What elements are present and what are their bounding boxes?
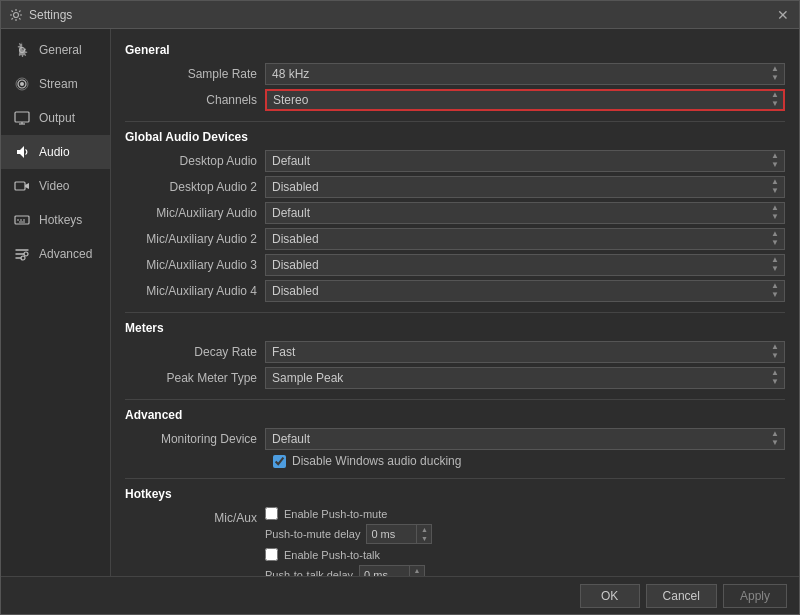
mic-aux-4-select[interactable]: DisabledDefault: [265, 280, 785, 302]
content-area: General Sample Rate 48 kHz 44.1 kHz ▲▼: [111, 29, 799, 576]
peak-meter-select[interactable]: Sample PeakTrue Peak: [265, 367, 785, 389]
sidebar-audio-label: Audio: [39, 145, 70, 159]
push-to-mute-delay-row: Push-to-mute delay ▲ ▼: [265, 524, 785, 544]
mic-aux-2-wrapper: DisabledDefault ▲▼: [265, 228, 785, 250]
gear-icon: [13, 41, 31, 59]
hotkeys-section-body: Mic/Aux Enable Push-to-mute Push-to-mute…: [125, 507, 785, 576]
sample-rate-select[interactable]: 48 kHz 44.1 kHz: [265, 63, 785, 85]
push-to-mute-spin-down[interactable]: ▼: [417, 534, 431, 543]
sidebar-item-video[interactable]: Video: [1, 169, 110, 203]
sidebar: General Stream: [1, 29, 111, 576]
decay-rate-row: Decay Rate FastMediumSlow ▲▼: [125, 341, 785, 363]
divider-1: [125, 121, 785, 122]
sidebar-item-advanced[interactable]: Advanced: [1, 237, 110, 271]
divider-2: [125, 312, 785, 313]
decay-rate-wrapper: FastMediumSlow ▲▼: [265, 341, 785, 363]
mic-aux-3-row: Mic/Auxiliary Audio 3 DisabledDefault ▲▼: [125, 254, 785, 276]
window-title: Settings: [29, 8, 72, 22]
push-to-mute-delay-input[interactable]: [366, 524, 416, 544]
channels-select[interactable]: Stereo Mono: [265, 89, 785, 111]
push-to-mute-label: Enable Push-to-mute: [284, 508, 387, 520]
desktop-audio-2-row: Desktop Audio 2 DisabledDefault ▲▼: [125, 176, 785, 198]
mic-aux-2-select[interactable]: DisabledDefault: [265, 228, 785, 250]
audio-icon: [13, 143, 31, 161]
sample-rate-row: Sample Rate 48 kHz 44.1 kHz ▲▼: [125, 63, 785, 85]
ducking-label: Disable Windows audio ducking: [292, 454, 461, 468]
mic-aux-wrapper: DefaultDisabled ▲▼: [265, 202, 785, 224]
desktop-audio-wrapper: DefaultDisabled ▲▼: [265, 150, 785, 172]
push-to-mute-row: Enable Push-to-mute: [265, 507, 785, 520]
global-audio-section-header: Global Audio Devices: [125, 130, 785, 144]
sidebar-item-output[interactable]: Output: [1, 101, 110, 135]
push-to-mute-spin-buttons: ▲ ▼: [416, 524, 432, 544]
output-icon: [13, 109, 31, 127]
push-to-talk-spin-up[interactable]: ▲: [410, 566, 424, 575]
channels-control-wrapper: Stereo Mono ▲▼: [265, 89, 785, 111]
cancel-button[interactable]: Cancel: [646, 584, 717, 608]
mic-aux-select[interactable]: DefaultDisabled: [265, 202, 785, 224]
mic-aux-hotkey-group: Enable Push-to-mute Push-to-mute delay ▲…: [265, 507, 785, 576]
svg-rect-5: [15, 182, 25, 190]
push-to-talk-delay-input[interactable]: [359, 565, 409, 576]
peak-meter-label: Peak Meter Type: [125, 371, 265, 385]
push-to-talk-checkbox[interactable]: [265, 548, 278, 561]
advanced-section-header: Advanced: [125, 408, 785, 422]
sidebar-stream-label: Stream: [39, 77, 78, 91]
push-to-talk-delay-label: Push-to-talk delay: [265, 569, 353, 576]
ok-button[interactable]: OK: [580, 584, 640, 608]
mic-aux-3-select[interactable]: DisabledDefault: [265, 254, 785, 276]
monitoring-row: Monitoring Device Default ▲▼: [125, 428, 785, 450]
mic-aux-4-row: Mic/Auxiliary Audio 4 DisabledDefault ▲▼: [125, 280, 785, 302]
desktop-audio-2-select[interactable]: DisabledDefault: [265, 176, 785, 198]
peak-meter-row: Peak Meter Type Sample PeakTrue Peak ▲▼: [125, 367, 785, 389]
push-to-mute-checkbox[interactable]: [265, 507, 278, 520]
sidebar-advanced-label: Advanced: [39, 247, 92, 261]
sidebar-video-label: Video: [39, 179, 69, 193]
close-button[interactable]: ✕: [775, 7, 791, 23]
footer: OK Cancel Apply: [1, 576, 799, 614]
svg-rect-6: [15, 216, 29, 224]
push-to-talk-row: Enable Push-to-talk: [265, 548, 785, 561]
svg-point-1: [20, 82, 24, 86]
sidebar-item-stream[interactable]: Stream: [1, 67, 110, 101]
titlebar: Settings ✕: [1, 1, 799, 29]
mic-aux-hotkey-device-label: Mic/Aux: [125, 507, 265, 525]
divider-4: [125, 478, 785, 479]
svg-point-0: [14, 12, 19, 17]
hotkeys-section-header: Hotkeys: [125, 487, 785, 501]
desktop-audio-select[interactable]: DefaultDisabled: [265, 150, 785, 172]
decay-rate-select[interactable]: FastMediumSlow: [265, 341, 785, 363]
push-to-talk-spin-down[interactable]: ▼: [410, 575, 424, 576]
sidebar-item-hotkeys[interactable]: Hotkeys: [1, 203, 110, 237]
general-section-body: Sample Rate 48 kHz 44.1 kHz ▲▼ Channels: [125, 63, 785, 111]
push-to-mute-spin-up[interactable]: ▲: [417, 525, 431, 534]
meters-section-header: Meters: [125, 321, 785, 335]
settings-window: Settings ✕ General: [0, 0, 800, 615]
channels-label: Channels: [125, 93, 265, 107]
monitoring-select[interactable]: Default: [265, 428, 785, 450]
apply-button[interactable]: Apply: [723, 584, 787, 608]
hotkeys-icon: [13, 211, 31, 229]
mic-aux-label: Mic/Auxiliary Audio: [125, 206, 265, 220]
push-to-mute-delay-label: Push-to-mute delay: [265, 528, 360, 540]
sidebar-item-general[interactable]: General: [1, 33, 110, 67]
channels-row: Channels Stereo Mono ▲▼: [125, 89, 785, 111]
monitoring-label: Monitoring Device: [125, 432, 265, 446]
push-to-talk-label: Enable Push-to-talk: [284, 549, 380, 561]
desktop-audio-row: Desktop Audio DefaultDisabled ▲▼: [125, 150, 785, 172]
mic-aux-row: Mic/Auxiliary Audio DefaultDisabled ▲▼: [125, 202, 785, 224]
main-content: General Stream: [1, 29, 799, 576]
sidebar-item-audio[interactable]: Audio: [1, 135, 110, 169]
mic-aux-4-wrapper: DisabledDefault ▲▼: [265, 280, 785, 302]
video-icon: [13, 177, 31, 195]
ducking-row: Disable Windows audio ducking: [125, 454, 785, 468]
push-to-talk-delay-row: Push-to-talk delay ▲ ▼: [265, 565, 785, 576]
titlebar-left: Settings: [9, 8, 72, 22]
ducking-checkbox[interactable]: [273, 455, 286, 468]
push-to-mute-spinbox: ▲ ▼: [366, 524, 432, 544]
sidebar-general-label: General: [39, 43, 82, 57]
mic-aux-hotkey-row: Mic/Aux Enable Push-to-mute Push-to-mute…: [125, 507, 785, 576]
monitoring-wrapper: Default ▲▼: [265, 428, 785, 450]
peak-meter-wrapper: Sample PeakTrue Peak ▲▼: [265, 367, 785, 389]
mic-aux-2-row: Mic/Auxiliary Audio 2 DisabledDefault ▲▼: [125, 228, 785, 250]
